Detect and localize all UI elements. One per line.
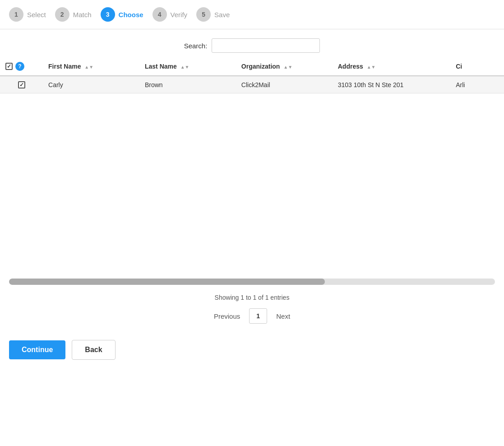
select-all-checkbox[interactable] <box>5 63 13 70</box>
empty-table-space <box>0 93 504 274</box>
wizard-step-3[interactable]: 3 Choose <box>101 7 143 22</box>
row-checkbox-cell[interactable] <box>0 76 43 93</box>
row-first-name: Carly <box>43 76 139 93</box>
header-checkbox-col: ? <box>0 57 43 76</box>
table-header-row: ? First Name ▲▼ Last Name ▲▼ Organizatio… <box>0 57 504 76</box>
step-2-circle: 2 <box>55 7 69 22</box>
row-city: Arli <box>450 76 504 93</box>
sort-addr-icon: ▲▼ <box>367 65 376 70</box>
step-3-label: Choose <box>119 11 143 19</box>
step-1-circle: 1 <box>9 7 23 22</box>
next-button[interactable]: Next <box>272 310 295 323</box>
current-page-number: 1 <box>249 308 267 324</box>
pagination-info: Showing 1 to 1 of 1 entries <box>0 289 504 305</box>
previous-button[interactable]: Previous <box>209 310 245 323</box>
sort-org-icon: ▲▼ <box>283 65 292 70</box>
row-last-name: Brown <box>139 76 236 93</box>
search-input[interactable] <box>212 38 320 53</box>
wizard-step-5[interactable]: 5 Save <box>196 7 230 22</box>
wizard-step-1[interactable]: 1 Select <box>9 7 46 22</box>
header-address[interactable]: Address ▲▼ <box>333 57 450 76</box>
header-organization[interactable]: Organization ▲▼ <box>236 57 333 76</box>
step-2-label: Match <box>73 11 92 19</box>
wizard-step-4[interactable]: 4 Verify <box>153 7 188 22</box>
row-checkbox[interactable] <box>18 81 25 88</box>
sort-first-name-icon: ▲▼ <box>84 65 93 70</box>
pagination-controls: Previous 1 Next <box>0 305 504 333</box>
data-table: ? First Name ▲▼ Last Name ▲▼ Organizatio… <box>0 57 504 93</box>
search-label: Search: <box>184 42 208 50</box>
step-4-circle: 4 <box>153 7 167 22</box>
sort-last-name-icon: ▲▼ <box>180 65 190 70</box>
wizard-step-2[interactable]: 2 Match <box>55 7 92 22</box>
step-3-circle: 3 <box>101 7 115 22</box>
step-4-label: Verify <box>171 11 188 19</box>
step-5-label: Save <box>214 11 230 19</box>
scrollbar-thumb[interactable] <box>9 279 325 285</box>
row-organization: Click2Mail <box>236 76 333 93</box>
continue-button[interactable]: Continue <box>9 340 65 359</box>
step-5-circle: 5 <box>196 7 211 22</box>
header-last-name[interactable]: Last Name ▲▼ <box>139 57 236 76</box>
row-address: 3103 10th St N Ste 201 <box>333 76 450 93</box>
data-table-container: ? First Name ▲▼ Last Name ▲▼ Organizatio… <box>0 57 504 93</box>
table-row: Carly Brown Click2Mail 3103 10th St N St… <box>0 76 504 93</box>
back-button[interactable]: Back <box>72 340 115 360</box>
search-area: Search: <box>0 29 504 57</box>
header-first-name[interactable]: First Name ▲▼ <box>43 57 139 76</box>
step-1-label: Select <box>27 11 46 19</box>
horizontal-scrollbar[interactable] <box>9 279 495 285</box>
help-icon[interactable]: ? <box>15 62 24 71</box>
wizard-steps: 1 Select 2 Match 3 Choose 4 Verify 5 Sav… <box>0 0 504 29</box>
header-city: Ci <box>450 57 504 76</box>
action-buttons-area: Continue Back <box>0 333 504 369</box>
table-body: Carly Brown Click2Mail 3103 10th St N St… <box>0 76 504 93</box>
